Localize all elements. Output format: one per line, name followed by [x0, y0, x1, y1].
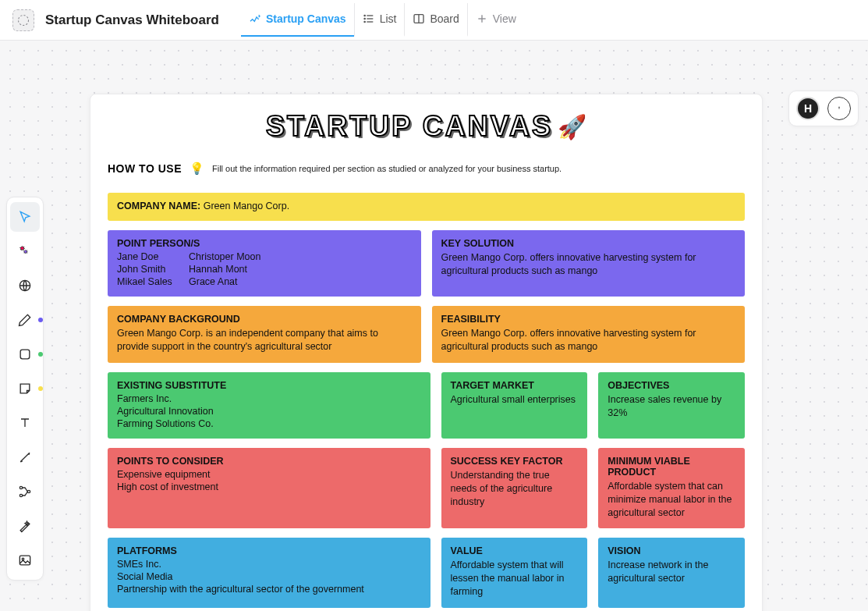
label: POINT PERSON/S: [117, 238, 412, 249]
card-platforms[interactable]: PLATFORMS SMEs Inc. Social Media Partner…: [108, 538, 430, 608]
card-existing-substitute[interactable]: EXISTING SUBSTITUTE Farmers Inc. Agricul…: [108, 372, 430, 439]
doc-icon[interactable]: [12, 9, 34, 31]
pen-color-dot: [38, 318, 43, 322]
svg-point-13: [19, 486, 22, 488]
item: SMEs Inc.: [117, 559, 421, 570]
sticky-color-dot: [38, 386, 43, 391]
card-objectives[interactable]: OBJECTIVES Increase sales revenue by 32%: [598, 372, 745, 439]
label: VISION: [608, 545, 735, 556]
label: SUCCESS KEY FACTOR: [451, 456, 579, 467]
svg-point-0: [19, 15, 29, 25]
shape-color-dot: [38, 352, 43, 357]
card-key-solution[interactable]: KEY SOLUTION Green Mango Corp. offers in…: [432, 230, 746, 297]
person: John Smith: [117, 264, 187, 275]
label: PLATFORMS: [117, 545, 421, 556]
card-point-persons[interactable]: POINT PERSON/S Jane Doe Christoper Moon …: [108, 230, 421, 297]
person: Christoper Moon: [189, 251, 412, 262]
card-feasibility[interactable]: FEASIBILITY Green Mango Corp. offers inn…: [432, 306, 746, 363]
person: Grace Anat: [189, 276, 412, 287]
label: FEASIBILITY: [441, 314, 736, 325]
left-toolbar: [6, 197, 44, 581]
card-background[interactable]: COMPANY BACKGROUND Green Mango Corp. is …: [108, 306, 421, 363]
item: Expensive equipment: [117, 469, 421, 480]
label: MINIMUM VIABLE PRODUCT: [608, 456, 735, 478]
tool-pen[interactable]: [10, 305, 40, 335]
rocket-icon: 🚀: [558, 113, 586, 140]
svg-point-5: [364, 18, 365, 19]
top-bar: Startup Canvas Whiteboard Startup Canvas…: [0, 0, 868, 41]
bulb-icon: 💡: [190, 162, 204, 176]
item: Farmers Inc.: [117, 393, 421, 404]
label: COMPANY NAME:: [117, 201, 200, 211]
card-target-market[interactable]: TARGET MARKET Agricultural small enterpr…: [441, 372, 588, 439]
svg-point-18: [838, 108, 839, 108]
tool-pointer[interactable]: [10, 202, 40, 232]
tab-label: Board: [430, 12, 459, 25]
canvas-board: STARTUP CANVAS 🚀 How to Use 💡 Fill out t…: [90, 94, 763, 611]
avatar[interactable]: H: [796, 97, 820, 120]
svg-point-4: [364, 15, 365, 16]
text: Green Mango Corp. is an independent comp…: [117, 327, 412, 353]
canvas-title: STARTUP CANVAS: [266, 110, 553, 143]
howto-title: How to Use: [108, 162, 182, 175]
howto-text: Fill out the information required per se…: [212, 164, 562, 173]
text: Affordable system that can minimize manu…: [608, 480, 735, 520]
svg-point-6: [364, 21, 365, 22]
tab-add-view[interactable]: View: [467, 3, 524, 37]
svg-rect-16: [19, 556, 30, 565]
label: VALUE: [451, 545, 579, 556]
person: Hannah Mont: [189, 264, 412, 275]
card-company-name[interactable]: COMPANY NAME: Green Mango Corp.: [108, 193, 745, 221]
label: KEY SOLUTION: [441, 238, 736, 249]
text: Agricultural small enterprises: [451, 393, 579, 407]
howto-row: How to Use 💡 Fill out the information re…: [90, 162, 762, 186]
tab-label: View: [493, 12, 516, 25]
svg-point-14: [19, 494, 22, 496]
tab-board[interactable]: Board: [404, 3, 466, 37]
label: POINTS TO CONSIDER: [117, 456, 421, 467]
tool-web[interactable]: [10, 271, 40, 300]
whiteboard-stage[interactable]: H STARTUP CANVAS 🚀 How to Use 💡 Fill out…: [0, 41, 868, 611]
text: Affordable system that will lessen the m…: [451, 559, 579, 599]
text: Green Mango Corp. offers innovative harv…: [441, 251, 736, 278]
text: Green Mango Corp. offers innovative harv…: [441, 327, 736, 353]
tool-shape[interactable]: [10, 339, 40, 369]
tool-magic[interactable]: [10, 511, 40, 541]
card-success-key-factor[interactable]: SUCCESS KEY FACTOR Understanding the tru…: [441, 448, 588, 529]
item: High cost of investment: [117, 481, 421, 492]
label: COMPANY BACKGROUND: [117, 314, 412, 325]
person: Mikael Sales: [117, 276, 187, 287]
value: Green Mango Corp.: [204, 201, 289, 211]
tool-sticky-note[interactable]: [10, 374, 40, 403]
item: Social Media: [117, 571, 421, 582]
person: Jane Doe: [117, 251, 187, 262]
label: TARGET MARKET: [451, 380, 579, 391]
tool-text[interactable]: [10, 408, 40, 438]
card-mvp[interactable]: MINIMUM VIABLE PRODUCT Affordable system…: [598, 448, 745, 529]
doc-title[interactable]: Startup Canvas Whiteboard: [45, 12, 219, 28]
help-button[interactable]: [827, 97, 851, 120]
item: Partnership with the agricultural sector…: [117, 584, 421, 595]
tool-image[interactable]: [10, 545, 40, 575]
item: Agricultural Innovation: [117, 406, 421, 417]
view-tabs: Startup Canvas List Board View: [241, 3, 524, 37]
tool-connector[interactable]: [10, 442, 40, 472]
svg-rect-12: [20, 350, 30, 359]
item: Farming Solutions Co.: [117, 418, 421, 429]
card-value[interactable]: VALUE Affordable system that will lessen…: [441, 538, 588, 608]
tab-label: List: [380, 12, 397, 25]
label: OBJECTIVES: [608, 380, 735, 391]
svg-point-15: [27, 490, 30, 492]
label: EXISTING SUBSTITUTE: [117, 380, 421, 391]
text: Understanding the true needs of the agri…: [451, 469, 579, 509]
card-vision[interactable]: VISION Increase network in the agricultu…: [598, 538, 745, 608]
presence-panel: H: [788, 91, 859, 126]
tool-ai-generate[interactable]: [10, 236, 40, 266]
tab-list[interactable]: List: [354, 3, 405, 37]
card-points-to-consider[interactable]: POINTS TO CONSIDER Expensive equipment H…: [108, 448, 430, 529]
tab-label: Startup Canvas: [266, 12, 346, 25]
text: Increase network in the agricultural sec…: [608, 559, 735, 585]
tool-mindmap[interactable]: [10, 477, 40, 506]
tab-startup-canvas[interactable]: Startup Canvas: [241, 3, 354, 37]
text: Increase sales revenue by 32%: [608, 393, 735, 420]
